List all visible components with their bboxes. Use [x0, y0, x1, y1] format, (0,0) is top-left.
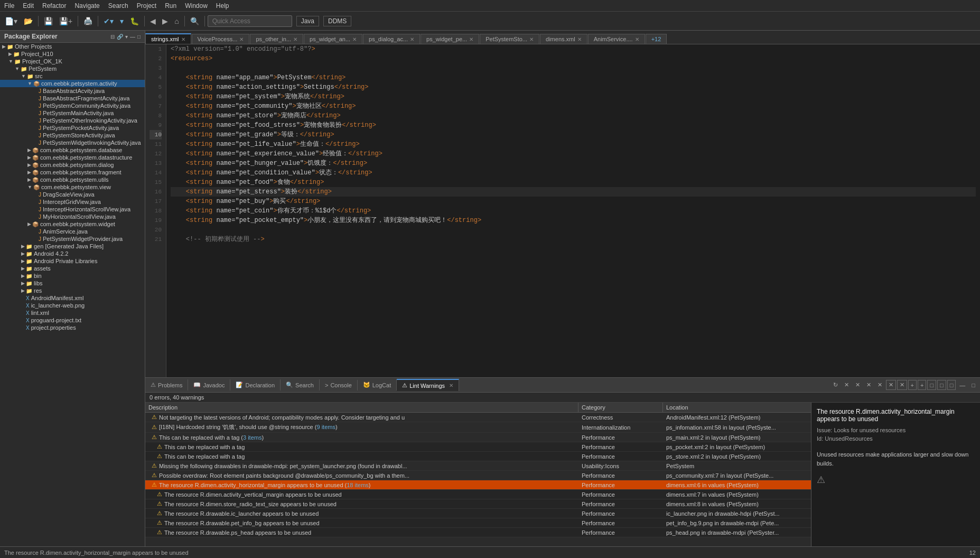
- bottom-panel-icon-btn-4[interactable]: ✕: [875, 380, 885, 390]
- tree-item[interactable]: ▶Xlint.xml: [0, 309, 145, 317]
- tree-item[interactable]: ▶Xproject.properties: [0, 324, 145, 331]
- perspective-ddms-btn[interactable]: DDMS: [323, 16, 351, 26]
- tree-item[interactable]: ▶JBaseAbstractAcvity.java: [0, 87, 145, 95]
- tree-item[interactable]: ▶📦com.eebbk.petsystem.database: [0, 146, 145, 154]
- bottom-tab-logcat[interactable]: 🐱 LogCat: [358, 379, 397, 390]
- bottom-panel-icon-btn-11[interactable]: □: [947, 380, 956, 390]
- toolbar-build-btn[interactable]: ✔▾: [101, 15, 116, 27]
- toolbar-search-btn[interactable]: 🔍: [188, 15, 202, 27]
- tree-item[interactable]: ▼📦com.eebbk.petsystem.activity: [0, 80, 145, 87]
- tree-item[interactable]: ▶JAnimService.java: [0, 228, 145, 235]
- toolbar-back-btn[interactable]: ◀: [147, 15, 158, 27]
- panel-collapse-all-btn[interactable]: ⊟: [110, 34, 115, 40]
- tree-item[interactable]: ▶📁gen [Generated Java Files]: [0, 243, 145, 250]
- tree-item[interactable]: ▶Xic_launcher-web.png: [0, 302, 145, 309]
- tree-item[interactable]: ▶📁libs: [0, 280, 145, 287]
- menu-window[interactable]: Window: [181, 1, 212, 11]
- tree-item[interactable]: ▶XAndroidManifest.xml: [0, 294, 145, 302]
- tree-item[interactable]: ▶📁res: [0, 287, 145, 294]
- bottom-tab-problems[interactable]: ⚠ Problems: [145, 379, 188, 390]
- quick-access-input[interactable]: [208, 15, 292, 27]
- bottom-tab-search[interactable]: 🔍 Search: [281, 379, 320, 390]
- tree-item[interactable]: ▼📦com.eebbk.petsystem.view: [0, 183, 145, 191]
- menu-run[interactable]: Run: [161, 1, 181, 11]
- panel-menu-btn[interactable]: ▾: [125, 34, 128, 40]
- toolbar-save-btn[interactable]: 💾: [41, 15, 55, 27]
- tab-close-btn[interactable]: ✕: [352, 36, 357, 42]
- tree-item[interactable]: ▶📦com.eebbk.petsystem.utils: [0, 176, 145, 183]
- lint-row[interactable]: ⚠[I18N] Hardcoded string '饥饿', should us…: [145, 422, 811, 433]
- editor-tab[interactable]: PetSystemSto...✕: [480, 34, 539, 44]
- editor-tab[interactable]: ps_widget_an...✕: [304, 34, 362, 44]
- tree-item[interactable]: ▶JMyHorizontalScrollView.java: [0, 213, 145, 220]
- tree-item[interactable]: ▶📁Android 4.2.2: [0, 250, 145, 257]
- toolbar-run-btn[interactable]: ▾: [117, 15, 126, 27]
- tree-item[interactable]: ▶📦com.eebbk.petsystem.fragment: [0, 169, 145, 176]
- lint-link[interactable]: 18 items: [347, 482, 369, 488]
- editor-tab[interactable]: ps_widget_pe...✕: [421, 34, 479, 44]
- tree-item[interactable]: ▶JBaseAbstractFragmentAcvity.java: [0, 95, 145, 102]
- bottom-panel-maximize-btn[interactable]: □: [969, 380, 978, 390]
- bottom-panel-icon-btn-3[interactable]: ✕: [864, 380, 874, 390]
- tree-item[interactable]: ▶JInterceptGridView.java: [0, 198, 145, 206]
- lint-link[interactable]: 9 items: [316, 424, 335, 430]
- toolbar-forward-btn[interactable]: ▶: [160, 15, 171, 27]
- bottom-panel-icon-btn-5[interactable]: ✕: [886, 380, 896, 390]
- toolbar-debug-btn[interactable]: 🐛: [127, 15, 142, 27]
- toolbar-home-btn[interactable]: ⌂: [172, 15, 181, 27]
- toolbar-save-all-btn[interactable]: 💾+: [57, 15, 75, 27]
- bottom-tab-lint-warnings[interactable]: ⚠ Lint Warnings✕: [397, 379, 459, 391]
- lint-row[interactable]: ⚠The resource R.drawable.ic_launcher app…: [145, 509, 811, 518]
- lint-row[interactable]: ⚠This can be replaced with a tagPerforma…: [145, 452, 811, 461]
- editor-tab[interactable]: ps_dialog_ac...✕: [363, 34, 420, 44]
- lint-row[interactable]: ⚠Missing the following drawables in draw…: [145, 461, 811, 471]
- bottom-tab-javadoc[interactable]: 📖 Javadoc: [188, 379, 230, 390]
- tree-item[interactable]: ▶JPetSystemOtherInvokingActivity.java: [0, 117, 145, 124]
- panel-link-btn[interactable]: 🔗: [117, 34, 123, 40]
- tree-item[interactable]: ▶📁Android Private Libraries: [0, 257, 145, 265]
- tree-item[interactable]: ▶📦com.eebbk.petsystem.dialog: [0, 161, 145, 169]
- toolbar-open-btn[interactable]: 📂: [21, 15, 35, 27]
- bottom-panel-icon-btn-9[interactable]: □: [927, 380, 936, 390]
- tab-close-btn[interactable]: ✕: [410, 36, 414, 42]
- tree-item[interactable]: ▶📦com.eebbk.petsystem.widget: [0, 220, 145, 228]
- tree-item[interactable]: ▶📁bin: [0, 272, 145, 280]
- lint-row[interactable]: ⚠This can be replaced with a tag (3 item…: [145, 433, 811, 442]
- tab-close-btn[interactable]: ✕: [529, 36, 534, 42]
- toolbar-print-btn[interactable]: 🖨️: [81, 15, 95, 27]
- bottom-panel-minimize-btn[interactable]: —: [957, 380, 968, 390]
- menu-search[interactable]: Search: [104, 1, 133, 11]
- tree-item[interactable]: ▶📦com.eebbk.petsystem.datastructure: [0, 154, 145, 161]
- perspective-java-btn[interactable]: Java: [296, 16, 319, 26]
- panel-maximize-btn[interactable]: □: [137, 34, 141, 40]
- tab-close-btn[interactable]: ✕: [635, 36, 639, 42]
- menu-edit[interactable]: Edit: [18, 1, 38, 11]
- editor-tab[interactable]: VoiceProcess...✕: [192, 34, 250, 44]
- bottom-panel-icon-btn-10[interactable]: □: [937, 380, 946, 390]
- tab-close-btn[interactable]: ✕: [181, 36, 185, 42]
- code-editor[interactable]: 123456789101112131415161718192021<?xml v…: [145, 44, 980, 377]
- bottom-tab-console[interactable]: > Console: [320, 380, 358, 390]
- bottom-panel-icon-btn-2[interactable]: ✕: [853, 380, 863, 390]
- tree-item[interactable]: ▶JInterceptHorizontalScrollView.java: [0, 206, 145, 213]
- bottom-panel-icon-btn-6[interactable]: ✕: [897, 380, 907, 390]
- tree-item[interactable]: ▶JPetSystemWidgetInvokingActivity.java: [0, 139, 145, 146]
- tree-item[interactable]: ▶JDragScaleView.java: [0, 191, 145, 198]
- editor-tab[interactable]: dimens.xml✕: [540, 34, 587, 44]
- tree-item[interactable]: ▼📁PetSystem: [0, 65, 145, 72]
- lint-row[interactable]: ⚠The resource R.dimen.activity_vertical_…: [145, 490, 811, 499]
- lint-link[interactable]: 3 items: [243, 434, 262, 441]
- menu-navigate[interactable]: Navigate: [70, 1, 104, 11]
- menu-help[interactable]: Help: [212, 1, 234, 11]
- tab-close-btn[interactable]: ✕: [293, 36, 297, 42]
- tab-close-btn[interactable]: ✕: [239, 36, 244, 42]
- lint-row[interactable]: ⚠Possible overdraw: Root element paints …: [145, 471, 811, 480]
- tree-item[interactable]: ▶JPetSystemPocketActivity.java: [0, 124, 145, 132]
- lint-row[interactable]: ⚠The resource R.dimen.activity_horizonta…: [145, 480, 811, 490]
- lint-row[interactable]: ⚠The resource R.drawable.pet_info_bg app…: [145, 518, 811, 528]
- tree-item[interactable]: ▶JPetSystemWidgetProvider.java: [0, 235, 145, 243]
- tree-item[interactable]: ▶JPetSystemStoreActivity.java: [0, 132, 145, 139]
- tab-close-btn[interactable]: ✕: [469, 36, 473, 42]
- tree-item[interactable]: ▶📁assets: [0, 265, 145, 272]
- tree-item[interactable]: ▼📁src: [0, 72, 145, 80]
